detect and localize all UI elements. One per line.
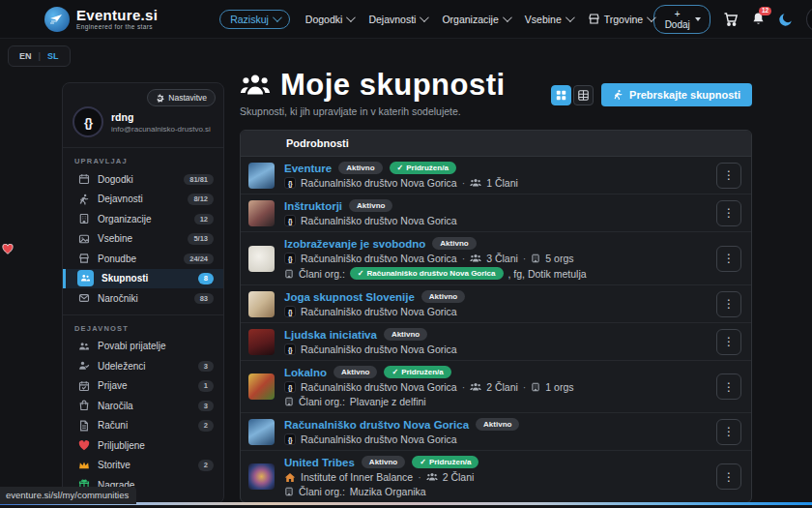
notification-count-badge: 12 [759,7,771,15]
row-menu-button[interactable]: ⋮ [716,463,741,490]
count-badge: 3 [198,401,214,412]
nav-activities[interactable]: Dejavnosti [368,14,426,25]
table-row: Eventure Aktivno ✓Pridružen/a {} Računal… [241,157,751,194]
table-view-button[interactable] [573,85,594,105]
language-toggle: EN | SL [8,45,71,67]
sidebar-item-skupnosti[interactable]: Skupnosti 8 [63,269,223,289]
member-orgs-icon [284,487,294,496]
row-menu-button[interactable]: ⋮ [716,291,741,317]
joined-badge: ✓Pridružen/a [384,366,450,378]
cart-icon[interactable] [723,12,739,27]
lang-sl[interactable]: SL [47,51,59,61]
separator: · [523,253,527,264]
sidebar-item-ponudbe[interactable]: Ponudbe 24/24 [63,249,223,269]
row-menu-button[interactable]: ⋮ [716,329,741,355]
members-icon [470,178,481,188]
community-link[interactable]: Lokalno [284,367,327,378]
community-link[interactable]: Eventure [284,163,332,174]
favorites-heart-icon[interactable] [2,244,14,254]
settings-button[interactable]: Nastavitve [147,89,216,106]
joined-badge: ✓Pridružen/a [412,456,478,468]
chevron-down-icon [273,13,282,22]
community-thumbnail[interactable] [248,246,275,272]
count-badge: 2 [198,460,214,471]
row-menu-button[interactable]: ⋮ [716,419,741,445]
community-link[interactable]: Ljudska iniciativa [284,329,377,341]
sidebar-item-dogodki[interactable]: Dogodki 81/81 [63,169,223,190]
nav-organizations[interactable]: Organizacije [442,14,508,25]
nav-contents[interactable]: Vsebine [525,14,572,25]
member-orgs-icon [284,397,294,406]
community-thumbnail[interactable] [248,374,275,400]
community-thumbnail[interactable] [248,419,275,445]
user-avatar[interactable]: { } [806,8,812,31]
community-link[interactable]: Računalniško društvo Nova Gorica [284,419,469,431]
lang-en[interactable]: EN [19,51,32,61]
sidebar-item-prijave[interactable]: Prijave 1 [63,376,223,397]
org-name: Računalniško društvo Nova Gorica [301,344,457,355]
profile-card: Nastavitve { } rdng info@racunalnisko-dr… [63,83,223,148]
table-row: Joga skupnost Slovenije Aktivno {} Račun… [241,285,751,323]
community-link[interactable]: Inštruktorji [284,200,342,212]
row-menu-button[interactable]: ⋮ [716,200,741,226]
invoice-icon [77,419,90,432]
members-icon [470,382,481,392]
table-icon [578,90,589,101]
store-icon [77,253,90,265]
community-thumbnail[interactable] [248,163,275,189]
nav-shops[interactable]: Trgovine [588,13,653,25]
community-link[interactable]: United Tribes [284,457,355,468]
community-link[interactable]: Izobraževanje je svobodno [284,238,425,250]
sidebar-item-dejavnosti[interactable]: Dejavnosti 8/12 [63,190,223,210]
main-nav: Raziskuj Dogodki Dejavnosti Organizacije… [219,10,653,29]
sidebar-item-storitve[interactable]: Storitve 2 [63,456,223,476]
sidebar-item-narocniki[interactable]: Naročniki 83 [63,288,223,309]
notifications-bell-icon[interactable]: 12 [751,12,766,26]
running-person-icon [77,193,90,205]
grid-view-button[interactable] [551,85,571,105]
communities-table: Podrobnosti Eventure Aktivno ✓Pridružen/… [240,130,752,503]
community-link[interactable]: Joga skupnost Slovenije [284,291,415,303]
brand-logo[interactable]: Eventure.si Engineered for the stars [44,7,158,32]
community-thumbnail[interactable] [248,329,275,355]
section-title-manage: UPRAVLJAJ [63,148,223,169]
separator: · [418,471,421,483]
member-org-badge: ✓Računalniško društvo Nova Gorica [350,267,504,280]
sidebar-item-organizacije[interactable]: Organizacije 12 [63,209,223,229]
joined-badge: ✓Pridružen/a [390,162,456,174]
count-badge: 83 [194,293,214,305]
nav-events[interactable]: Dogodki [305,14,354,25]
sidebar-item-vsebine[interactable]: Vsebine 5/13 [63,229,223,250]
org-name: Računalniško društvo Nova Gorica [301,306,457,317]
members-count: 2 Člani [486,381,518,393]
org-name: Računalniško društvo Nova Gorica [301,433,457,445]
orgs-count: 5 orgs [545,253,573,264]
chevron-down-icon [420,13,429,22]
sidebar-item-povabi-prijatelje[interactable]: Povabi prijatelje [63,337,223,357]
row-menu-button[interactable]: ⋮ [716,246,741,272]
status-badge: Aktivno [476,418,519,431]
count-badge: 5/13 [188,233,214,245]
count-badge: 8/12 [188,194,214,205]
sidebar-item-narocila[interactable]: Naročila 3 [63,396,223,416]
sidebar-item-priljubljene[interactable]: Priljubljene [63,435,223,456]
community-thumbnail[interactable] [248,200,275,226]
add-button[interactable]: + Dodaj [653,5,710,34]
count-badge: 8 [198,273,214,284]
sidebar-item-udelezenci[interactable]: Udeleženci 3 [63,356,223,376]
top-navigation-bar: Eventure.si Engineered for the stars Raz… [0,0,812,39]
nav-explore[interactable]: Raziskuj [219,10,290,29]
separator: · [462,177,466,189]
chevron-down-icon [566,13,575,22]
community-thumbnail[interactable] [248,291,275,317]
row-menu-button[interactable]: ⋮ [716,374,741,400]
sidebar-item-racuni[interactable]: Računi 2 [63,416,223,436]
table-row: Lokalno Aktivno ✓Pridružen/a {} Računaln… [241,361,751,413]
row-menu-button[interactable]: ⋮ [716,163,741,189]
community-thumbnail[interactable] [248,463,275,490]
profile-avatar[interactable]: { } [72,106,103,137]
status-badge: Aktivno [349,199,392,212]
dark-mode-moon-icon[interactable] [778,12,794,27]
status-badge: Aktivno [338,162,382,174]
browse-communities-button[interactable]: Prebrskajte skupnosti [601,83,752,106]
